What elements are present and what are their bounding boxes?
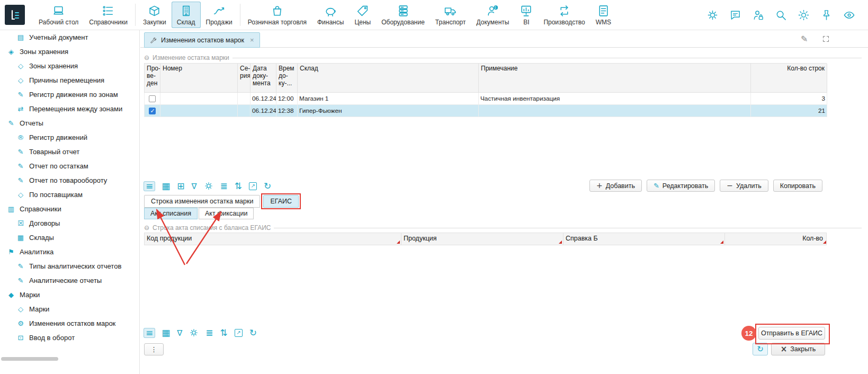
- module-wms[interactable]: WMS: [590, 2, 616, 28]
- sidebar-item-otchet-po-tovarooborotu[interactable]: Отчет по товарообороту: [0, 173, 139, 188]
- app-logo[interactable]: [5, 5, 25, 25]
- fullscreen-icon[interactable]: [822, 35, 830, 45]
- brightness-icon[interactable]: [798, 9, 810, 21]
- eye-icon[interactable]: [843, 9, 855, 21]
- sort-reset-icon[interactable]: [220, 328, 228, 337]
- tab-akt-spisaniya[interactable]: Акт списания: [144, 208, 198, 219]
- sidebar-item-peremeshcheniya-mezhdu-zonami[interactable]: Перемещения между зонами: [0, 102, 139, 116]
- delete-button[interactable]: Удалить: [720, 180, 768, 192]
- column-header-posted[interactable]: Про-ве-ден: [145, 64, 160, 93]
- edit-form-icon[interactable]: ✎: [801, 34, 808, 44]
- row-numbering-icon[interactable]: [220, 182, 228, 191]
- sidebar-item-dogovory[interactable]: Договоры: [0, 216, 139, 230]
- close-form-button[interactable]: Закрыть: [771, 343, 825, 355]
- sidebar-item-marki[interactable]: Марки: [0, 302, 139, 316]
- open-window-icon[interactable]: [249, 182, 257, 190]
- column-header-number[interactable]: Номер: [160, 64, 238, 93]
- column-header-note[interactable]: Примечание: [479, 64, 751, 93]
- add-button[interactable]: Добавить: [589, 180, 642, 192]
- tab-stroka-izmeneniya[interactable]: Строка изменения остатка марки: [144, 195, 260, 208]
- module-retail[interactable]: Розничная торговля: [243, 2, 312, 28]
- sidebar-item-otchet-po-ostatkam[interactable]: Отчет по остаткам: [0, 159, 139, 173]
- module-documents[interactable]: Документы: [471, 2, 515, 28]
- sidebar-item-registr-dvizheniy[interactable]: Регистр движений: [0, 130, 139, 145]
- copy-button[interactable]: Копировать: [773, 180, 822, 192]
- module-sales[interactable]: Продажи: [201, 2, 238, 28]
- close-icon[interactable]: ×: [250, 36, 254, 44]
- sidebar-item-zony-khraneniya-group[interactable]: Зоны хранения: [0, 44, 139, 59]
- refresh-grid-icon[interactable]: [264, 182, 271, 191]
- sidebar-item-izmeneniya-ostatkov-marok[interactable]: Изменения остатков марок: [0, 316, 139, 331]
- tab-izmeneniya-ostatkov-marok[interactable]: Изменения остатков марок ×: [144, 32, 260, 48]
- tab-akt-fiksatsii[interactable]: Акт фиксации: [199, 208, 254, 219]
- module-prices[interactable]: Цены: [349, 2, 376, 28]
- view-list-icon[interactable]: [144, 182, 155, 191]
- refresh-grid-icon[interactable]: [249, 328, 257, 337]
- view-grid-icon[interactable]: [162, 182, 170, 191]
- module-bi[interactable]: BI: [514, 2, 538, 28]
- module-purchases[interactable]: Закупки: [138, 2, 172, 28]
- module-finance[interactable]: Финансы: [312, 2, 349, 28]
- module-warehouse[interactable]: Склад: [172, 2, 201, 28]
- module-label: Справочники: [89, 19, 128, 26]
- row-numbering-icon[interactable]: [205, 328, 213, 337]
- filter-icon[interactable]: [192, 182, 197, 191]
- edit-button[interactable]: Редактировать: [647, 180, 715, 192]
- number-cell: [160, 105, 238, 117]
- tab-egais[interactable]: ЕГАИС: [263, 195, 299, 208]
- column-header-series[interactable]: Се-рия: [238, 64, 250, 93]
- calendar-view-icon[interactable]: [177, 182, 184, 191]
- pin-icon[interactable]: [820, 9, 833, 21]
- open-window-icon[interactable]: [235, 329, 243, 337]
- sidebar-item-zony-khraneniya[interactable]: Зоны хранения: [0, 59, 139, 73]
- column-header-date[interactable]: Дата доку-мента: [250, 64, 276, 93]
- refresh-form-button[interactable]: [753, 343, 768, 355]
- module-production[interactable]: Производство: [538, 2, 590, 28]
- posted-checkbox[interactable]: [149, 108, 156, 114]
- column-header-line-count[interactable]: Кол-во строк: [751, 64, 827, 93]
- view-grid-icon[interactable]: [162, 328, 170, 337]
- sidebar-item-otchety[interactable]: Отчеты: [0, 116, 139, 130]
- posted-checkbox[interactable]: [149, 95, 156, 102]
- posted-cell: [145, 105, 160, 117]
- collapse-icon[interactable]: ⊖: [144, 54, 149, 61]
- sidebar-item-marki-group[interactable]: Марки: [0, 288, 139, 302]
- search-icon[interactable]: [775, 9, 787, 21]
- sidebar-item-prichiny-peremeshcheniya[interactable]: Причины перемещения: [0, 73, 139, 87]
- sidebar-item-uchetny-dokument[interactable]: Учетный документ: [0, 30, 139, 44]
- column-header-warehouse[interactable]: Склад: [298, 64, 479, 93]
- sidebar-item-spravochniki[interactable]: Справочники: [0, 202, 139, 216]
- sidebar-item-po-postavshchikam[interactable]: По поставщикам: [0, 188, 139, 202]
- view-list-icon[interactable]: [144, 328, 155, 337]
- sidebar-item-analitika[interactable]: Аналитика: [0, 245, 139, 259]
- sidebar-item-tovarny-otchet[interactable]: Товарный отчет: [0, 145, 139, 159]
- module-directories[interactable]: Справочники: [84, 2, 133, 28]
- column-header-quantity[interactable]: Кол-во: [725, 233, 827, 245]
- sidebar-item-sklady[interactable]: Склады: [0, 230, 139, 245]
- settings-gear-icon[interactable]: [706, 9, 719, 21]
- sidebar-item-tipy-analiticheskikh-otchetov[interactable]: Типы аналитических отчетов: [0, 259, 139, 273]
- module-transport[interactable]: Транспорт: [430, 2, 471, 28]
- send-to-egais-button[interactable]: Отправить в ЕГАИС: [758, 327, 825, 340]
- module-desktop[interactable]: Рабочий стол: [33, 2, 84, 28]
- grid-settings-icon[interactable]: [204, 181, 213, 191]
- scrollbar-thumb[interactable]: [1, 357, 58, 361]
- sidebar-item-vvod-v-oborot[interactable]: Ввод в оборот: [0, 331, 139, 345]
- filter-icon[interactable]: [177, 328, 182, 337]
- column-header-time[interactable]: Врем до-ку-...: [276, 64, 298, 93]
- module-equipment[interactable]: Оборудование: [376, 2, 430, 28]
- sidebar-item-registr-dvizheniya-po-zonam[interactable]: Регистр движения по зонам: [0, 87, 139, 102]
- grid-settings-icon[interactable]: [189, 328, 199, 337]
- column-header-spravka-b[interactable]: Справка Б: [563, 233, 725, 245]
- user-lock-icon[interactable]: [752, 9, 764, 21]
- marks-row-1[interactable]: 06.12.24 12:00 Магазин 1 Частичная инвен…: [144, 93, 827, 105]
- column-header-product-code[interactable]: Код продукции: [145, 233, 401, 245]
- chat-icon[interactable]: [729, 9, 741, 21]
- sidebar-item-label: Изменения остатков марок: [29, 319, 115, 327]
- marks-row-2[interactable]: 06.12.24 12:38 Гипер-Фьюжен 21: [144, 105, 827, 117]
- sidebar-item-analiticheskie-otchety[interactable]: Аналитические отчеты: [0, 273, 139, 288]
- collapse-icon[interactable]: ⊖: [144, 224, 149, 231]
- column-header-product[interactable]: Продукция: [401, 233, 563, 245]
- more-actions-button[interactable]: ⋮: [144, 343, 164, 355]
- sort-reset-icon[interactable]: [235, 182, 242, 191]
